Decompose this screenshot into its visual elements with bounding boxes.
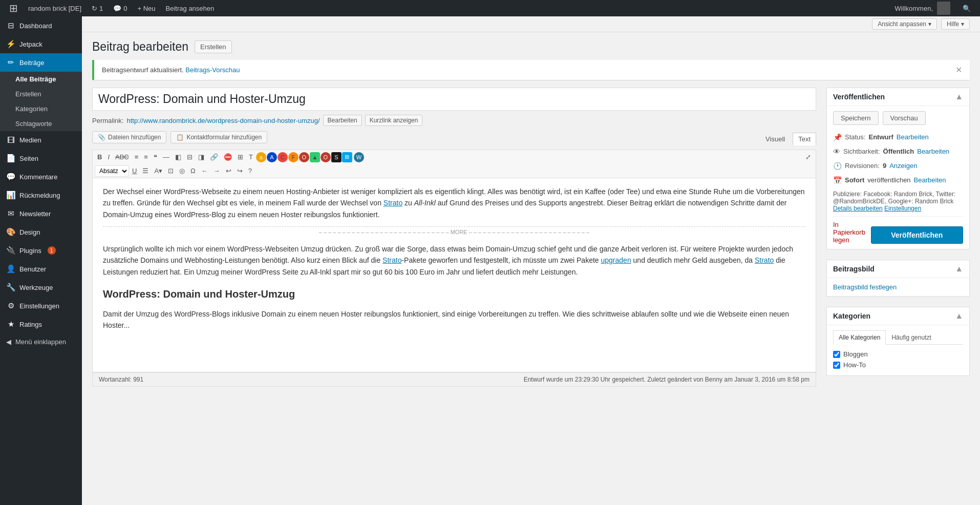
sidebar-item-medien[interactable]: 🎞 Medien [0, 131, 82, 149]
trash-link[interactable]: In Papierkorb legen [833, 221, 871, 244]
strato-link1[interactable]: Strato [384, 199, 402, 207]
sidebar-item-kommentare[interactable]: 💬 Kommentare [0, 167, 82, 186]
permalink-shortlink-button[interactable]: Kurzlink anzeigen [365, 115, 423, 126]
ordered-list-button[interactable]: ≡ [141, 151, 151, 163]
android-icon[interactable]: ▲ [310, 152, 320, 162]
tab-visuell[interactable]: Visuell [760, 133, 791, 145]
remove-format-button[interactable]: ◎ [177, 165, 187, 177]
sidebar-subitem-schlagworte[interactable]: Schlagworte [0, 116, 82, 131]
sidebar-item-design[interactable]: 🎨 Design [0, 223, 82, 241]
sidebar-item-einstellungen[interactable]: ⚙ Einstellungen [0, 297, 82, 315]
insert-button[interactable]: ⊞ [235, 151, 246, 163]
redo-button[interactable]: ↪ [235, 165, 245, 177]
sidebar-item-jetpack[interactable]: ⚡ Jetpack [0, 35, 82, 53]
align-left-button[interactable]: ◧ [173, 151, 184, 163]
publish-time-edit-link[interactable]: Bearbeiten [914, 174, 946, 187]
comments-item[interactable]: 💬 0 [108, 0, 132, 16]
category-checkbox-bloggen[interactable] [833, 351, 840, 358]
link-button[interactable]: 🔗 [207, 151, 221, 163]
text-color-button[interactable]: A▾ [152, 165, 165, 177]
appstore-icon[interactable]: A [267, 152, 277, 162]
undo-button[interactable]: ↩ [223, 165, 234, 177]
amazon-icon[interactable]: a [256, 152, 266, 162]
search-item[interactable]: 🔍 [957, 5, 976, 12]
justify-button[interactable]: ☰ [140, 165, 151, 177]
view-post-item[interactable]: Beitrag ansehen [161, 0, 220, 16]
sidebar-item-newsletter[interactable]: ✉ Newsletter [0, 204, 82, 223]
fullscreen-button[interactable]: ⤢ [803, 151, 814, 163]
italic-button[interactable]: I [105, 151, 112, 163]
chrome-icon[interactable]: C [278, 152, 288, 162]
help-toolbar-button[interactable]: ? [246, 165, 254, 177]
blockquote-button[interactable]: ❝ [151, 151, 160, 163]
updates-item[interactable]: ↻ 1 [87, 0, 108, 16]
opera-icon[interactable]: O [299, 152, 309, 162]
bold-button[interactable]: B [95, 151, 104, 163]
publish-button[interactable]: Veröffentlichen [871, 226, 963, 244]
view-customize-button[interactable]: Ansicht anpassen ▾ [872, 18, 937, 30]
steam-icon[interactable]: S [331, 152, 342, 162]
sidebar-item-benutzer[interactable]: 👤 Benutzer [0, 260, 82, 278]
wp-logo-item[interactable]: ⊞ [4, 0, 23, 16]
post-title-input[interactable] [92, 88, 816, 111]
sidebar-subitem-alle-beitraege[interactable]: Alle Beiträge [0, 72, 82, 87]
paste-text-button[interactable]: ⊡ [165, 165, 176, 177]
underline-button[interactable]: U [130, 165, 139, 177]
sidebar-item-beitraege[interactable]: ✏ Beiträge [0, 53, 82, 72]
site-name-item[interactable]: random brick [DE] [23, 0, 87, 16]
help-button[interactable]: Hilfe ▾ [941, 18, 970, 30]
firefox-icon[interactable]: F [288, 152, 299, 162]
sidebar-subitem-erstellen[interactable]: Erstellen [0, 87, 82, 101]
notice-close-button[interactable]: ✕ [955, 65, 962, 75]
save-button[interactable]: Speichern [833, 111, 879, 125]
preview-button[interactable]: Vorschau [883, 111, 926, 125]
featured-image-header[interactable]: Beitragsbild ▲ [827, 260, 969, 278]
categories-header[interactable]: Kategorien ▲ [827, 307, 969, 325]
add-files-button[interactable]: 📎 Dateien hinzufügen [92, 131, 166, 143]
status-edit-link[interactable]: Bearbeiten [897, 131, 929, 144]
strato-link2[interactable]: Strato [382, 256, 401, 264]
special-char-button[interactable]: Ω [188, 165, 198, 177]
windows-icon[interactable]: ⊞ [342, 152, 352, 162]
permalink-edit-button[interactable]: Bearbeiten [323, 115, 362, 126]
wp-icon[interactable]: W [354, 152, 364, 162]
new-item[interactable]: + Neu [133, 0, 161, 16]
add-contact-form-button[interactable]: 📋 Kontaktformular hinzufügen [171, 131, 267, 143]
sidebar-item-seiten[interactable]: 📄 Seiten [0, 149, 82, 167]
notice-preview-link[interactable]: Beitrags-Vorschau [185, 66, 240, 74]
category-checkbox-howto[interactable] [833, 362, 840, 369]
align-center-button[interactable]: ⊟ [184, 151, 195, 163]
spellcheck-button[interactable]: T [246, 151, 255, 163]
details-edit-link[interactable]: Details bearbeiten [833, 205, 883, 212]
permalink-url[interactable]: http://www.randombrick.de/wordpress-doma… [126, 117, 319, 124]
sidebar-item-plugins[interactable]: 🔌 Plugins 1 [0, 241, 82, 260]
welcome-item[interactable]: Willkommen, [890, 2, 957, 15]
opera2-icon[interactable]: O [321, 152, 331, 162]
paragraph-select[interactable]: Absatz [95, 165, 129, 177]
sidebar-item-dashboard[interactable]: ⊟ Dashboard [0, 16, 82, 35]
revisions-link[interactable]: Anzeigen [889, 159, 917, 173]
indent-button[interactable]: → [211, 165, 223, 177]
tab-text[interactable]: Text [793, 133, 816, 145]
upgraden-link[interactable]: upgraden [601, 256, 631, 264]
align-right-button[interactable]: ◨ [196, 151, 207, 163]
strikethrough-button[interactable]: ABC [113, 151, 132, 163]
unordered-list-button[interactable]: ≡ [132, 151, 141, 163]
strato-link3[interactable]: Strato [755, 256, 774, 264]
unlink-button[interactable]: ⛔ [221, 151, 235, 163]
create-button[interactable]: Erstellen [195, 40, 232, 53]
cat-tab-all[interactable]: Alle Kategorien [833, 330, 886, 345]
editor-area[interactable]: Der Wechsel einer WordPress-Webseite zu … [92, 178, 816, 372]
publish-metabox-header[interactable]: Veröffentlichen ▲ [827, 88, 969, 106]
visibility-edit-link[interactable]: Bearbeiten [917, 145, 949, 158]
sidebar-item-ratings[interactable]: ★ Ratings [0, 315, 82, 333]
horizontal-rule-button[interactable]: — [160, 151, 172, 163]
sidebar-item-werkzeuge[interactable]: 🔧 Werkzeuge [0, 278, 82, 297]
cat-tab-frequent[interactable]: Häufig genutzt [886, 330, 936, 345]
outdent-button[interactable]: ← [199, 165, 210, 177]
sidebar-collapse-item[interactable]: ◀ Menü einklappen [0, 333, 82, 350]
set-featured-image-link[interactable]: Beitragsbild festlegen [833, 283, 897, 291]
settings-link[interactable]: Einstellungen [884, 205, 921, 212]
sidebar-item-rueckmeldung[interactable]: 📊 Rückmeldung [0, 186, 82, 204]
sidebar-subitem-kategorien[interactable]: Kategorien [0, 101, 82, 116]
